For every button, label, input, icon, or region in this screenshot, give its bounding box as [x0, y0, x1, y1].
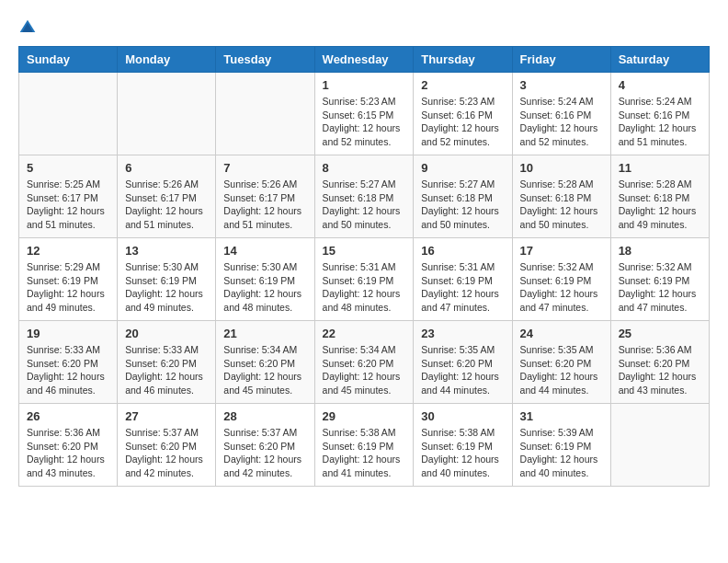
calendar-header-thursday: Thursday [414, 47, 512, 73]
calendar-cell: 30Sunrise: 5:38 AM Sunset: 6:19 PM Dayli… [414, 404, 512, 487]
calendar-cell: 27Sunrise: 5:37 AM Sunset: 6:20 PM Dayli… [118, 404, 216, 487]
day-number: 4 [619, 78, 701, 92]
calendar-cell: 4Sunrise: 5:24 AM Sunset: 6:16 PM Daylig… [610, 73, 709, 155]
day-info: Sunrise: 5:38 AM Sunset: 6:19 PM Dayligh… [421, 426, 504, 480]
calendar-cell: 6Sunrise: 5:26 AM Sunset: 6:17 PM Daylig… [118, 155, 216, 238]
day-info: Sunrise: 5:39 AM Sunset: 6:19 PM Dayligh… [520, 426, 603, 480]
day-info: Sunrise: 5:35 AM Sunset: 6:20 PM Dayligh… [520, 343, 603, 397]
day-number: 19 [27, 327, 109, 340]
calendar-cell: 22Sunrise: 5:34 AM Sunset: 6:20 PM Dayli… [314, 321, 414, 404]
calendar-cell: 5Sunrise: 5:25 AM Sunset: 6:17 PM Daylig… [19, 155, 118, 238]
day-number: 28 [223, 409, 306, 423]
day-number: 14 [223, 244, 306, 258]
day-number: 9 [421, 161, 504, 175]
calendar-week-3: 12Sunrise: 5:29 AM Sunset: 6:19 PM Dayli… [19, 238, 710, 321]
day-info: Sunrise: 5:31 AM Sunset: 6:19 PM Dayligh… [323, 260, 406, 315]
day-info: Sunrise: 5:23 AM Sunset: 6:15 PM Dayligh… [323, 95, 406, 149]
day-info: Sunrise: 5:38 AM Sunset: 6:19 PM Dayligh… [323, 426, 406, 480]
day-info: Sunrise: 5:37 AM Sunset: 6:20 PM Dayligh… [125, 426, 208, 480]
calendar-week-1: 1Sunrise: 5:23 AM Sunset: 6:15 PM Daylig… [19, 73, 710, 155]
day-number: 23 [421, 327, 504, 340]
calendar-cell: 28Sunrise: 5:37 AM Sunset: 6:20 PM Dayli… [216, 404, 314, 487]
day-number: 18 [619, 244, 701, 258]
calendar-cell: 1Sunrise: 5:23 AM Sunset: 6:15 PM Daylig… [314, 73, 414, 155]
day-number: 30 [421, 409, 504, 423]
calendar-cell: 2Sunrise: 5:23 AM Sunset: 6:16 PM Daylig… [414, 73, 512, 155]
day-number: 29 [323, 409, 406, 423]
day-info: Sunrise: 5:33 AM Sunset: 6:20 PM Dayligh… [125, 343, 208, 397]
day-info: Sunrise: 5:30 AM Sunset: 6:19 PM Dayligh… [223, 260, 306, 315]
calendar-cell: 16Sunrise: 5:31 AM Sunset: 6:19 PM Dayli… [414, 238, 512, 321]
day-number: 31 [520, 409, 603, 423]
calendar-week-5: 26Sunrise: 5:36 AM Sunset: 6:20 PM Dayli… [19, 404, 710, 487]
calendar-cell [216, 73, 314, 155]
calendar-header-tuesday: Tuesday [216, 47, 314, 73]
day-info: Sunrise: 5:32 AM Sunset: 6:19 PM Dayligh… [619, 260, 701, 315]
day-number: 3 [520, 78, 603, 92]
calendar-cell: 20Sunrise: 5:33 AM Sunset: 6:20 PM Dayli… [118, 321, 216, 404]
logo-icon [18, 18, 37, 37]
calendar-week-2: 5Sunrise: 5:25 AM Sunset: 6:17 PM Daylig… [19, 155, 710, 238]
day-number: 26 [27, 409, 109, 423]
day-info: Sunrise: 5:34 AM Sunset: 6:20 PM Dayligh… [223, 343, 306, 397]
calendar-cell: 25Sunrise: 5:36 AM Sunset: 6:20 PM Dayli… [610, 321, 709, 404]
calendar-cell: 18Sunrise: 5:32 AM Sunset: 6:19 PM Dayli… [610, 238, 709, 321]
day-number: 20 [125, 327, 208, 340]
day-info: Sunrise: 5:23 AM Sunset: 6:16 PM Dayligh… [421, 95, 504, 149]
day-info: Sunrise: 5:33 AM Sunset: 6:20 PM Dayligh… [27, 343, 109, 397]
day-info: Sunrise: 5:24 AM Sunset: 6:16 PM Dayligh… [520, 95, 603, 149]
day-number: 15 [323, 244, 406, 258]
day-info: Sunrise: 5:26 AM Sunset: 6:17 PM Dayligh… [125, 178, 208, 232]
calendar-cell [610, 404, 709, 487]
day-info: Sunrise: 5:36 AM Sunset: 6:20 PM Dayligh… [27, 426, 109, 480]
calendar-cell: 15Sunrise: 5:31 AM Sunset: 6:19 PM Dayli… [314, 238, 414, 321]
calendar-cell: 9Sunrise: 5:27 AM Sunset: 6:18 PM Daylig… [414, 155, 512, 238]
day-number: 24 [520, 327, 603, 340]
day-number: 21 [223, 327, 306, 340]
day-info: Sunrise: 5:28 AM Sunset: 6:18 PM Dayligh… [619, 178, 701, 232]
day-info: Sunrise: 5:31 AM Sunset: 6:19 PM Dayligh… [421, 260, 504, 315]
day-number: 16 [421, 244, 504, 258]
calendar-cell [118, 73, 216, 155]
calendar-header-monday: Monday [118, 47, 216, 73]
day-number: 10 [520, 161, 603, 175]
calendar-cell: 19Sunrise: 5:33 AM Sunset: 6:20 PM Dayli… [19, 321, 118, 404]
day-info: Sunrise: 5:27 AM Sunset: 6:18 PM Dayligh… [421, 178, 504, 232]
day-number: 5 [27, 161, 109, 175]
calendar-header-friday: Friday [512, 47, 610, 73]
day-number: 17 [520, 244, 603, 258]
day-info: Sunrise: 5:25 AM Sunset: 6:17 PM Dayligh… [27, 178, 109, 232]
day-info: Sunrise: 5:34 AM Sunset: 6:20 PM Dayligh… [323, 343, 406, 397]
calendar-cell: 31Sunrise: 5:39 AM Sunset: 6:19 PM Dayli… [512, 404, 610, 487]
day-number: 1 [323, 78, 406, 92]
calendar-cell: 13Sunrise: 5:30 AM Sunset: 6:19 PM Dayli… [118, 238, 216, 321]
calendar-cell: 24Sunrise: 5:35 AM Sunset: 6:20 PM Dayli… [512, 321, 610, 404]
day-number: 8 [323, 161, 406, 175]
calendar-cell: 29Sunrise: 5:38 AM Sunset: 6:19 PM Dayli… [314, 404, 414, 487]
day-number: 27 [125, 409, 208, 423]
calendar-cell: 14Sunrise: 5:30 AM Sunset: 6:19 PM Dayli… [216, 238, 314, 321]
calendar-header-wednesday: Wednesday [314, 47, 414, 73]
page-header [18, 18, 710, 37]
day-info: Sunrise: 5:30 AM Sunset: 6:19 PM Dayligh… [125, 260, 208, 315]
calendar-cell [19, 73, 118, 155]
day-info: Sunrise: 5:37 AM Sunset: 6:20 PM Dayligh… [223, 426, 306, 480]
day-number: 13 [125, 244, 208, 258]
calendar-cell: 10Sunrise: 5:28 AM Sunset: 6:18 PM Dayli… [512, 155, 610, 238]
calendar-week-4: 19Sunrise: 5:33 AM Sunset: 6:20 PM Dayli… [19, 321, 710, 404]
day-number: 12 [27, 244, 109, 258]
calendar-cell: 11Sunrise: 5:28 AM Sunset: 6:18 PM Dayli… [610, 155, 709, 238]
day-info: Sunrise: 5:36 AM Sunset: 6:20 PM Dayligh… [619, 343, 701, 397]
day-number: 7 [223, 161, 306, 175]
day-number: 11 [619, 161, 701, 175]
day-info: Sunrise: 5:27 AM Sunset: 6:18 PM Dayligh… [323, 178, 406, 232]
calendar-cell: 8Sunrise: 5:27 AM Sunset: 6:18 PM Daylig… [314, 155, 414, 238]
logo [18, 18, 40, 37]
calendar-header-sunday: Sunday [19, 47, 118, 73]
day-info: Sunrise: 5:35 AM Sunset: 6:20 PM Dayligh… [421, 343, 504, 397]
day-number: 25 [619, 327, 701, 340]
calendar-header-saturday: Saturday [610, 47, 709, 73]
day-number: 6 [125, 161, 208, 175]
calendar-cell: 21Sunrise: 5:34 AM Sunset: 6:20 PM Dayli… [216, 321, 314, 404]
calendar-table: SundayMondayTuesdayWednesdayThursdayFrid… [18, 46, 710, 487]
